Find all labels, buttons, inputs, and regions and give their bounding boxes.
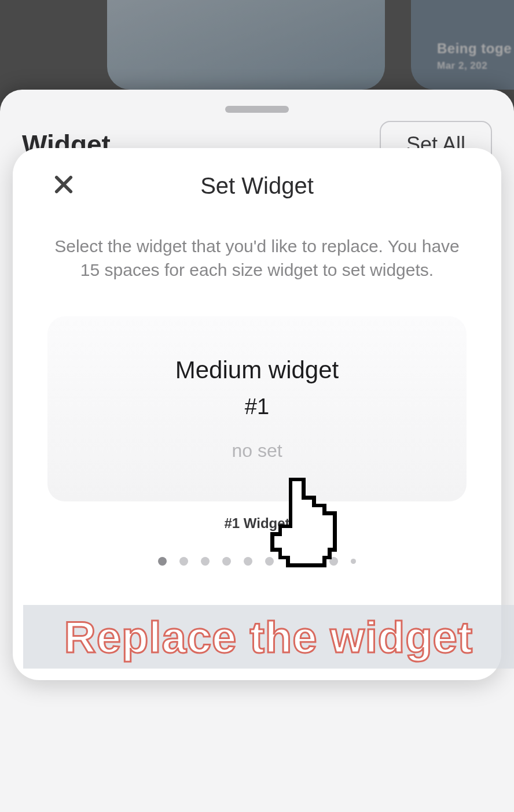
page-dot <box>222 557 231 566</box>
page-dot <box>158 557 167 566</box>
page-dot <box>308 557 317 566</box>
page-dot <box>287 557 295 566</box>
close-icon <box>52 172 76 199</box>
page-dot <box>265 557 274 566</box>
set-widget-modal: Set Widget Select the widget that you'd … <box>13 148 501 680</box>
tutorial-caption-text: Replace the widget <box>64 612 473 662</box>
page-dot <box>201 557 210 566</box>
page-dot <box>179 557 188 566</box>
modal-description: Select the widget that you'd like to rep… <box>53 235 461 282</box>
sheet-grabber[interactable] <box>225 106 289 113</box>
page-dot <box>329 557 338 566</box>
widget-state-label: no set <box>232 440 282 462</box>
modal-title: Set Widget <box>200 173 314 199</box>
close-button[interactable] <box>46 168 81 203</box>
page-dot <box>351 559 356 564</box>
page-dot <box>244 557 252 566</box>
tutorial-caption-bar: Replace the widget <box>23 605 514 669</box>
widget-slot-card[interactable]: Medium widget #1 no set <box>47 316 467 501</box>
widget-slot-caption: #1 Widget <box>13 515 501 532</box>
modal-header: Set Widget <box>13 148 501 223</box>
widget-size-label: Medium widget <box>175 356 339 384</box>
page-indicator[interactable] <box>13 557 501 566</box>
widget-number-label: #1 <box>245 394 269 419</box>
